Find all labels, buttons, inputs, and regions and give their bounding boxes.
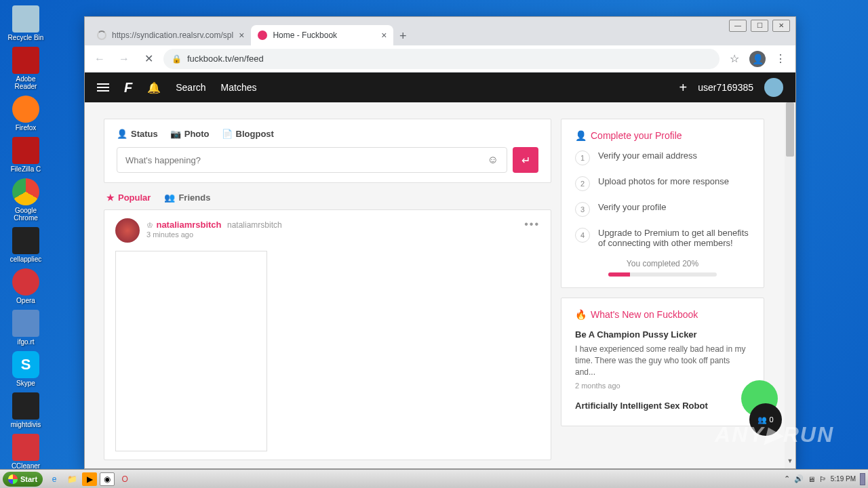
browser-tab-1[interactable]: https://syndication.realsrv.com/spl × — [90, 25, 251, 45]
maximize-button[interactable]: ☐ — [751, 20, 768, 32]
site-logo[interactable]: F — [124, 80, 132, 96]
nav-search[interactable]: Search — [176, 82, 205, 93]
post-image[interactable] — [115, 251, 267, 451]
url-text: fuckbook.tv/en/feed — [187, 54, 264, 64]
browser-tab-2[interactable]: Home - Fuckbook × — [251, 25, 393, 45]
minimize-button[interactable]: — — [729, 20, 747, 32]
address-bar[interactable]: 🔒 fuckbook.tv/en/feed — [163, 49, 719, 69]
profile-step-2[interactable]: 2Upload photos for more response — [575, 176, 750, 191]
compose-card: 👤Status 📷Photo 📄Blogpost ☺ ↵ — [104, 119, 551, 183]
whats-new-card: 🔥What's New on Fuckbook Be A Champion Pu… — [561, 298, 764, 426]
tab-close-icon[interactable]: × — [239, 30, 244, 41]
desktop-icon-cellapplied[interactable]: cellappliec — [4, 227, 47, 263]
system-tray: ⌃ 🔊 🖥 🏳 5:19 PM — [784, 473, 865, 485]
back-button[interactable]: ← — [90, 49, 109, 68]
fire-icon: 🔥 — [575, 309, 587, 320]
people-icon: 👥 — [164, 192, 175, 203]
desktop-icon-ifgo[interactable]: ifgo.rt — [4, 310, 47, 346]
stop-button[interactable]: ✕ — [139, 49, 158, 68]
post-handle: nataliamrsbitch — [227, 220, 282, 230]
notification-icon[interactable]: 🔔 — [147, 81, 161, 94]
scroll-thumb[interactable] — [786, 102, 794, 157]
tray-flag-icon[interactable]: 🏳 — [819, 475, 827, 483]
submit-button[interactable]: ↵ — [513, 147, 538, 173]
forward-button[interactable]: → — [115, 49, 134, 68]
loading-icon — [97, 30, 106, 40]
online-badge[interactable]: 👥 0 — [749, 403, 782, 436]
chrome-window: — ☐ ✕ https://syndication.realsrv.com/sp… — [84, 16, 796, 469]
page-scrollbar[interactable]: ▼ — [785, 102, 795, 468]
taskbar-chrome[interactable]: ◉ — [100, 472, 115, 486]
profile-step-1[interactable]: 1Verify your email address — [575, 150, 750, 165]
feed-post: ♔ nataliamrsbitch nataliamrsbitch 3 minu… — [104, 209, 551, 460]
feed-tab-friends[interactable]: 👥Friends — [164, 192, 210, 203]
news-item-text: I have experienced some really bad head … — [575, 344, 750, 378]
favicon-icon — [258, 30, 267, 40]
start-button[interactable]: Start — [3, 472, 43, 487]
news-item-title[interactable]: Be A Champion Pussy Licker — [575, 329, 750, 340]
nav-matches[interactable]: Matches — [221, 82, 257, 93]
post-more-icon[interactable]: ••• — [524, 218, 540, 230]
post-author[interactable]: nataliamrsbitch — [156, 220, 221, 230]
post-avatar[interactable] — [115, 218, 140, 243]
lock-icon: 🔒 — [172, 54, 182, 64]
site-header: F 🔔 Search Matches + user7169385 — [85, 73, 795, 102]
tray-network-icon[interactable]: 🖥 — [808, 475, 815, 483]
desktop-icon-adobe[interactable]: Adobe Reader — [4, 47, 47, 90]
desktop-icon-firefox[interactable]: Firefox — [4, 96, 47, 131]
progress-bar — [608, 272, 717, 277]
desktop-icon-filezilla[interactable]: FileZilla C — [4, 137, 47, 173]
taskbar-explorer[interactable]: 📁 — [64, 472, 79, 486]
news-item-title-2[interactable]: Artificially Intelligent Sex Robot — [575, 401, 750, 411]
scroll-down-icon[interactable]: ▼ — [785, 458, 795, 468]
tray-expand-icon[interactable]: ⌃ — [784, 474, 790, 483]
tab-close-icon[interactable]: × — [381, 30, 387, 41]
post-time: 3 minutes ago — [146, 230, 517, 239]
feed-tab-popular[interactable]: ★Popular — [106, 192, 151, 203]
desktop-icons: Recycle Bin Adobe Reader Firefox FileZil… — [4, 5, 92, 488]
compose-input[interactable] — [125, 155, 488, 165]
tab-title: https://syndication.realsrv.com/spl — [112, 30, 233, 40]
tray-volume-icon[interactable]: 🔊 — [794, 474, 804, 483]
compose-tab-photo[interactable]: 📷Photo — [170, 129, 210, 139]
desktop-icon-recycle-bin[interactable]: Recycle Bin — [4, 5, 47, 41]
tray-show-desktop[interactable] — [860, 473, 865, 485]
profile-step-4[interactable]: 4Upgrade to Premium to get all benefits … — [575, 228, 750, 248]
desktop-icon-skype[interactable]: SSkype — [4, 351, 47, 387]
feed-tabs: ★Popular 👥Friends — [104, 192, 551, 209]
taskbar-opera[interactable]: O — [117, 472, 132, 486]
windows-icon — [8, 474, 18, 484]
close-button[interactable]: ✕ — [772, 20, 790, 32]
new-tab-button[interactable]: + — [393, 26, 412, 45]
desktop-icon-chrome[interactable]: Google Chrome — [4, 178, 47, 222]
compose-tab-blogpost[interactable]: 📄Blogpost — [222, 129, 274, 139]
profile-step-3[interactable]: 3Verify your profile — [575, 202, 750, 217]
taskbar-ie[interactable]: e — [47, 472, 62, 486]
window-controls: — ☐ ✕ — [729, 20, 790, 32]
tray-clock[interactable]: 5:19 PM — [831, 475, 856, 483]
tab-title: Home - Fuckbook — [273, 30, 376, 40]
hamburger-icon[interactable] — [97, 83, 109, 92]
tab-strip: https://syndication.realsrv.com/spl × Ho… — [85, 17, 795, 45]
compose-tab-status[interactable]: 👤Status — [117, 129, 158, 139]
taskbar-media[interactable]: ▶ — [82, 472, 97, 486]
desktop-icon-mightdivis[interactable]: mightdivis — [4, 392, 47, 428]
page-content: F 🔔 Search Matches + user7169385 👤Status… — [85, 73, 795, 468]
menu-button[interactable]: ⋮ — [771, 49, 790, 68]
profile-icon: 👤 — [575, 130, 587, 141]
complete-profile-card: 👤Complete your Profile 1Verify your emai… — [561, 119, 764, 288]
news-item-time: 2 months ago — [575, 382, 750, 390]
person-icon: 👤 — [117, 129, 127, 139]
add-button[interactable]: + — [679, 80, 688, 96]
username-label[interactable]: user7169385 — [698, 82, 753, 93]
document-icon: 📄 — [222, 129, 233, 139]
star-icon: ★ — [106, 192, 115, 203]
progress-label: You completed 20% — [575, 259, 750, 268]
user-avatar[interactable] — [764, 78, 783, 97]
profile-button[interactable]: 👤 — [749, 51, 766, 67]
desktop-icon-ccleaner[interactable]: CCleaner — [4, 434, 47, 470]
desktop-icon-opera[interactable]: Opera — [4, 268, 47, 304]
bookmark-button[interactable]: ☆ — [725, 49, 744, 68]
emoji-icon[interactable]: ☺ — [488, 154, 498, 166]
camera-icon: 📷 — [170, 129, 181, 139]
